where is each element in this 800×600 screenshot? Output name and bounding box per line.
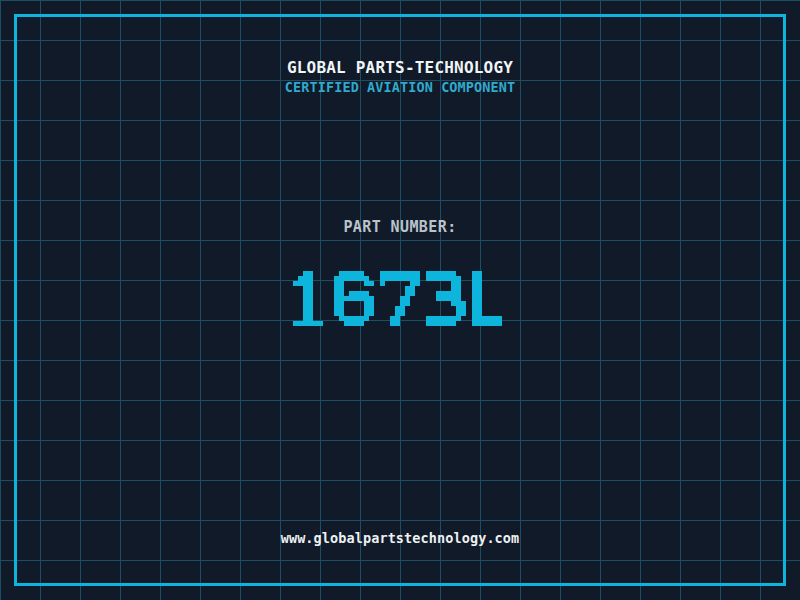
company-name: GLOBAL PARTS-TECHNOLOGY — [0, 60, 800, 76]
website-url: www.globalpartstechnology.com — [0, 530, 800, 546]
part-number-digit — [380, 271, 420, 326]
blueprint-screen: GLOBAL PARTS-TECHNOLOGY CERTIFIED AVIATI… — [0, 0, 800, 600]
part-number-digit — [472, 271, 512, 326]
part-number-digit — [288, 271, 328, 326]
part-number-value: 1673L — [0, 271, 800, 326]
part-number-digit — [426, 271, 466, 326]
part-number-digit — [334, 271, 374, 326]
part-number-label: PART NUMBER: — [0, 219, 800, 236]
certification-tagline: CERTIFIED AVIATION COMPONENT — [0, 80, 800, 95]
